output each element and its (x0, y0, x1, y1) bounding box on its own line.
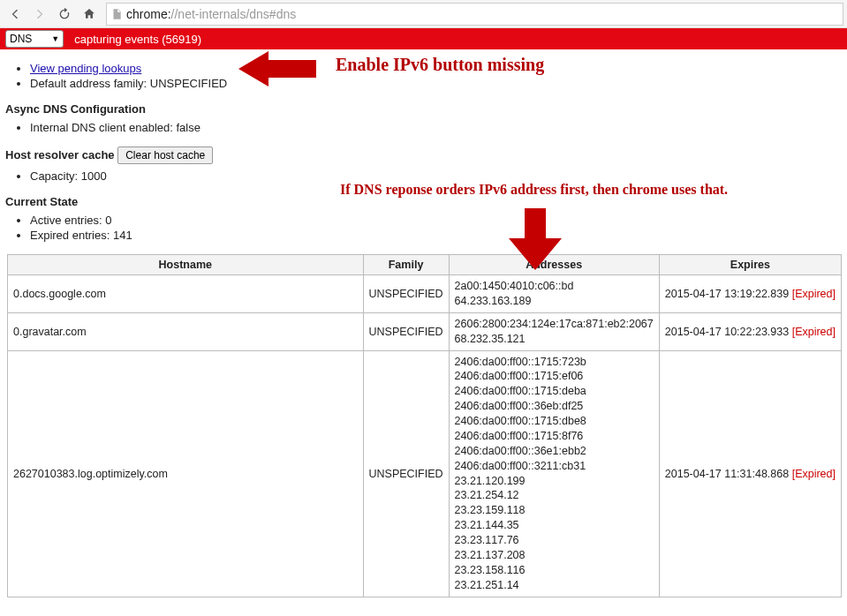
back-button[interactable] (4, 3, 26, 26)
col-expires: Expires (659, 255, 841, 275)
cell-expires: 2015-04-17 10:22:23.933 [Expired] (659, 312, 841, 350)
expired-tag: [Expired] (792, 468, 836, 480)
cell-addresses: 2a00:1450:4010:c06::bd64.233.163.189 (449, 275, 659, 313)
expired-tag: [Expired] (792, 288, 836, 300)
cell-family: UNSPECIFIED (363, 275, 449, 313)
async-item: Internal DNS client enabled: false (30, 121, 840, 134)
clear-cache-button[interactable]: Clear host cache (117, 146, 213, 164)
home-button[interactable] (78, 3, 101, 26)
default-family-item: Default address family: UNSPECIFIED (30, 77, 840, 90)
resolver-heading: Host resolver cache (5, 148, 115, 162)
annotation-text-mid: If DNS reponse orders IPv6 address first… (340, 182, 728, 198)
page-icon (107, 8, 126, 20)
async-list: Internal DNS client enabled: false (30, 121, 840, 134)
table-header-row: Hostname Family Addresses Expires (8, 255, 842, 275)
dns-table: Hostname Family Addresses Expires 0.docs… (7, 254, 842, 597)
cell-hostname: 2627010383.log.optimizely.com (8, 350, 364, 597)
forward-button[interactable] (28, 3, 51, 26)
cell-expires: 2015-04-17 13:19:22.839 [Expired] (659, 275, 841, 313)
svg-marker-0 (238, 51, 316, 86)
url-text: chrome://net-internals/dns#dns (126, 7, 843, 21)
section-selector-value: DNS (10, 33, 32, 45)
capture-bar: DNS ▼ capturing events (56919) (0, 28, 847, 49)
dropdown-icon: ▼ (51, 34, 59, 43)
table-row: 0.docs.google.comUNSPECIFIED2a00:1450:40… (8, 275, 842, 313)
reload-button[interactable] (53, 3, 76, 26)
annotation-text-top: Enable IPv6 button missing (336, 55, 544, 75)
expired-tag: [Expired] (792, 326, 836, 338)
table-row: 2627010383.log.optimizely.comUNSPECIFIED… (8, 350, 842, 597)
annotation-arrow-down (509, 208, 562, 273)
cell-addresses: 2606:2800:234:124e:17ca:871:eb2:206768.2… (449, 312, 659, 350)
expired-entries-item: Expired entries: 141 (30, 229, 840, 242)
cell-hostname: 0.gravatar.com (8, 312, 364, 350)
address-bar[interactable]: chrome://net-internals/dns#dns (106, 3, 843, 26)
svg-marker-1 (509, 208, 562, 270)
table-row: 0.gravatar.comUNSPECIFIED2606:2800:234:1… (8, 312, 842, 350)
col-hostname: Hostname (8, 255, 364, 275)
annotation-arrow-left (238, 48, 316, 93)
cell-addresses: 2406:da00:ff00::1715:723b2406:da00:ff00:… (449, 350, 659, 597)
section-selector[interactable]: DNS ▼ (5, 30, 64, 48)
async-heading: Async DNS Configuration (5, 102, 840, 116)
resolver-list: Capacity: 1000 (30, 169, 840, 183)
col-family: Family (363, 255, 449, 275)
cell-expires: 2015-04-17 11:31:48.868 [Expired] (659, 350, 841, 597)
page-content: View pending lookups Default address fam… (0, 49, 847, 615)
browser-toolbar: chrome://net-internals/dns#dns (0, 0, 847, 28)
resolver-row: Host resolver cache Clear host cache (5, 146, 840, 164)
cell-hostname: 0.docs.google.com (8, 275, 364, 313)
state-list: Active entries: 0 Expired entries: 141 (30, 214, 840, 242)
capacity-item: Capacity: 1000 (30, 169, 840, 183)
cell-family: UNSPECIFIED (363, 312, 449, 350)
active-entries-item: Active entries: 0 (30, 214, 840, 227)
capture-status: capturing events (56919) (74, 33, 201, 46)
cell-family: UNSPECIFIED (363, 350, 449, 597)
pending-lookups-link[interactable]: View pending lookups (30, 62, 141, 75)
